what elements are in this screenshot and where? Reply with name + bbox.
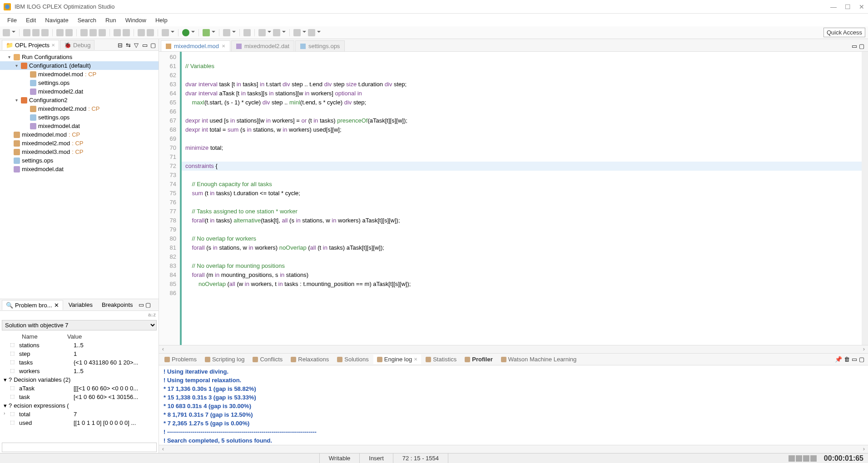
horizontal-scrollbar[interactable]: ‹ ›	[159, 345, 868, 353]
link-icon[interactable]: ⇆	[126, 42, 132, 48]
tree-item[interactable]: mixedmodel.mod : CP	[0, 130, 159, 139]
bottom-tab-solutions[interactable]: Solutions	[333, 355, 372, 364]
table-row[interactable]: ⬚task[<1 0 60 60> <1 30156...	[0, 393, 159, 401]
group-decision-expressions[interactable]: ▾ ? ecision expressions (	[0, 401, 159, 410]
dropdown-icon[interactable]	[171, 31, 174, 34]
expander-icon[interactable]	[4, 385, 10, 392]
scroll-right-icon[interactable]: ›	[860, 445, 868, 453]
bottom-tab-relaxations[interactable]: Relaxations	[287, 355, 332, 364]
forward-button[interactable]	[308, 29, 315, 36]
save-button[interactable]	[23, 29, 30, 36]
expander-icon[interactable]	[4, 368, 10, 374]
search-button[interactable]	[243, 29, 251, 36]
code-content[interactable]: // Variables dvar interval task [t in ta…	[182, 52, 862, 345]
scroll-left-icon[interactable]: ‹	[159, 345, 167, 353]
close-icon[interactable]: ✕	[222, 44, 225, 49]
menu-edit[interactable]: Edit	[21, 15, 40, 25]
view-menu-icon[interactable]: ▽	[134, 42, 140, 48]
close-button[interactable]: ✕	[859, 3, 864, 10]
copy-button[interactable]	[89, 29, 97, 36]
filter-input[interactable]	[2, 443, 157, 452]
tree-item[interactable]: mixedmodel.dat	[0, 165, 159, 173]
pin-icon[interactable]: 📌	[835, 356, 842, 363]
close-icon[interactable]: ✕	[51, 43, 55, 48]
tree-item[interactable]: settings.ops	[0, 113, 159, 122]
editor-tab[interactable]: mixedmodel.mod✕	[161, 40, 230, 51]
table-row[interactable]: ⬚aTask[[[<1 0 60 60> <0 0 0 0...	[0, 384, 159, 393]
toggle-button[interactable]	[162, 29, 169, 36]
column-header-name[interactable]: Name	[4, 333, 67, 340]
tree-config2[interactable]: ▾ Configuration2	[0, 96, 159, 104]
tree-item[interactable]: mixedmodel2.mod : CP	[0, 104, 159, 113]
undo-button[interactable]	[56, 29, 64, 36]
horizontal-scrollbar[interactable]: ‹ ›	[159, 445, 868, 453]
collapse-icon[interactable]: ⊟	[118, 42, 124, 48]
table-row[interactable]: ›⬚total7	[0, 410, 159, 419]
cut-button[interactable]	[80, 29, 88, 36]
tree-item[interactable]: mixedmodel3.mod : CP	[0, 148, 159, 156]
nav-button[interactable]	[258, 29, 266, 36]
debug-button[interactable]	[203, 29, 210, 36]
table-row[interactable]: ⬚workers1..5	[0, 367, 159, 375]
status-icon[interactable]	[810, 455, 817, 462]
tab-breakpoints[interactable]: Breakpoints	[98, 300, 137, 310]
table-row[interactable]: ⬚tasks{<1 0 431180 60 1 20>...	[0, 358, 159, 367]
toggle-button[interactable]	[123, 29, 130, 36]
expander-icon[interactable]	[4, 342, 10, 349]
nav-button[interactable]	[273, 29, 280, 36]
dropdown-icon[interactable]	[191, 31, 195, 34]
bottom-tab-statistics[interactable]: Statistics	[422, 355, 460, 364]
menu-window[interactable]: Window	[121, 15, 151, 25]
scroll-right-icon[interactable]: ›	[860, 345, 868, 353]
minimize-icon[interactable]: ▭	[852, 43, 857, 49]
maximize-icon[interactable]: ▢	[145, 301, 151, 308]
menu-help[interactable]: Help	[151, 15, 172, 25]
clear-icon[interactable]: 🗑	[844, 356, 850, 363]
bottom-tab-scripting-log[interactable]: Scripting log	[201, 355, 248, 364]
bottom-tab-conflicts[interactable]: Conflicts	[249, 355, 286, 364]
menu-file[interactable]: File	[3, 15, 21, 25]
toggle-button[interactable]	[138, 29, 145, 36]
expander-icon[interactable]	[4, 419, 10, 426]
dropdown-icon[interactable]	[12, 31, 15, 34]
dropdown-icon[interactable]	[317, 31, 321, 34]
dropdown-icon[interactable]	[303, 31, 306, 34]
toggle-button[interactable]	[114, 29, 121, 36]
expander-icon[interactable]: ▾	[8, 54, 14, 59]
expander-icon[interactable]	[4, 350, 10, 357]
tree-item[interactable]: mixedmodel2.mod : CP	[0, 139, 159, 148]
back-button[interactable]	[293, 29, 301, 36]
tree-item[interactable]: mixedmodel.dat	[0, 122, 159, 130]
status-icon[interactable]	[789, 455, 795, 462]
maximize-icon[interactable]: ▢	[859, 43, 864, 49]
ext-tools-button[interactable]	[223, 29, 230, 36]
minimize-icon[interactable]: ▭	[139, 301, 144, 308]
maximize-icon[interactable]: ▢	[859, 356, 864, 363]
scroll-left-icon[interactable]: ‹	[159, 445, 167, 453]
dropdown-icon[interactable]	[282, 31, 286, 34]
quick-access-field[interactable]: Quick Access	[823, 28, 865, 37]
engine-log-content[interactable]: ! Using iterative diving.! Using tempora…	[159, 365, 868, 445]
column-header-value[interactable]: Value	[67, 333, 82, 340]
tab-debug[interactable]: 🐞 Debug	[60, 40, 94, 50]
bottom-tab-watson-machine-learning[interactable]: Watson Machine Learning	[497, 355, 580, 364]
table-row[interactable]: ⬚step1	[0, 350, 159, 358]
status-icon[interactable]	[803, 455, 809, 462]
save-all-button[interactable]	[32, 29, 40, 36]
tree-item[interactable]: mixedmodel.mod : CP	[0, 70, 159, 79]
tab-opl-projects[interactable]: 📁 OPL Projects ✕	[2, 40, 59, 50]
editor-tab[interactable]: mixedmodel2.dat	[231, 40, 294, 51]
tab-problem-browser[interactable]: 🔍 Problem bro... ✕	[2, 300, 63, 310]
table-row[interactable]: ⬚stations1..5	[0, 341, 159, 350]
minimize-icon[interactable]: ▭	[852, 356, 857, 363]
menu-navigate[interactable]: Navigate	[40, 15, 73, 25]
expander-icon[interactable]: ▾	[4, 402, 7, 409]
print-button[interactable]	[41, 29, 49, 36]
menu-run[interactable]: Run	[101, 15, 121, 25]
minimize-icon[interactable]: ▭	[142, 42, 149, 48]
run-button[interactable]	[182, 29, 189, 36]
minimize-button[interactable]: —	[830, 3, 837, 10]
tree-item[interactable]: settings.ops	[0, 79, 159, 87]
code-editor[interactable]: 6061626364656667686970717273747576777879…	[159, 52, 868, 345]
maximize-icon[interactable]: ▢	[150, 42, 157, 48]
